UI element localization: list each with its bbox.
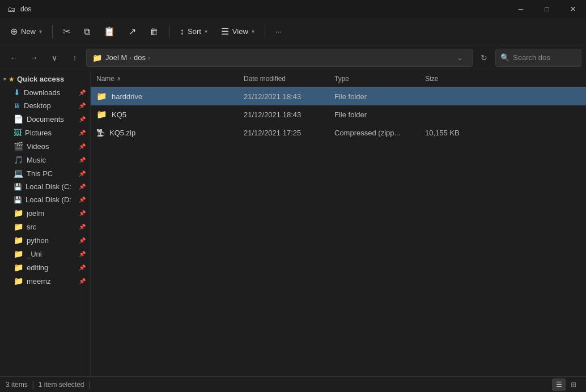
file-cell-date: 21/12/2021 17:25: [244, 129, 334, 137]
sidebar: ▾ ★ Quick access ⬇ Downloads 📌 🖥 Desktop…: [0, 70, 91, 376]
share-button[interactable]: ↗: [123, 22, 142, 42]
joelm-icon: 📁: [14, 208, 23, 218]
pin-icon: 📌: [79, 130, 86, 136]
address-bar-row: ← → ∨ ↑ 📁 Joel M › dos › ⌄ ↻ 🔍 Search do…: [0, 45, 586, 70]
quick-access-label: Quick access: [17, 75, 64, 83]
star-icon: ★: [9, 75, 15, 83]
sidebar-item-uni[interactable]: 📁 _Uni 📌: [1, 247, 89, 261]
file-cell-date: 21/12/2021 18:43: [244, 92, 334, 101]
sidebar-item-label: Music: [27, 156, 75, 164]
view-button[interactable]: ☰ View ▾: [215, 22, 260, 42]
path-chevron-2: ›: [148, 54, 150, 61]
table-row[interactable]: 📁 harddrive 21/12/2021 18:43 File folder: [91, 87, 586, 105]
pin-icon: 📌: [79, 224, 86, 230]
sidebar-item-joelm[interactable]: 📁 joelm 📌: [1, 206, 89, 220]
address-path: Joel M › dos ›: [105, 53, 150, 62]
new-chevron-icon: ▾: [39, 28, 42, 35]
pin-icon: 📌: [79, 237, 86, 244]
content-area: Name ∧ Date modified Type Size 📁 harddri…: [91, 70, 586, 376]
col-type-label: Type: [334, 75, 349, 83]
new-label: New: [21, 27, 36, 36]
pin-icon: 📌: [79, 184, 86, 190]
sidebar-item-localc[interactable]: 💾 Local Disk (C: 📌: [1, 180, 89, 193]
sidebar-item-label: _Uni: [27, 250, 75, 258]
status-separator: |: [32, 381, 34, 389]
pin-icon: 📌: [79, 157, 86, 163]
table-row[interactable]: 🗜 KQ5.zip 21/12/2021 17:25 Compressed (z…: [91, 123, 586, 142]
folder-icon: 📁: [96, 109, 107, 120]
status-separator-2: |: [89, 381, 91, 389]
src-icon: 📁: [14, 222, 23, 231]
sidebar-item-desktop[interactable]: 🖥 Desktop 📌: [1, 99, 89, 112]
tiles-view-button[interactable]: ⊞: [567, 378, 580, 391]
sidebar-item-music[interactable]: 🎵 Music 📌: [1, 153, 89, 167]
pin-icon: 📌: [79, 103, 86, 109]
back-button[interactable]: ←: [5, 49, 23, 67]
pin-icon: 📌: [79, 265, 86, 271]
path-part-2[interactable]: dos: [134, 53, 146, 62]
col-header-date[interactable]: Date modified: [244, 75, 334, 83]
toolbar-separator-1: [52, 25, 53, 39]
address-dropdown-button[interactable]: ⌄: [453, 51, 466, 65]
file-cell-name: 📁 KQ5: [96, 109, 244, 120]
col-header-name[interactable]: Name ∧: [96, 75, 244, 83]
sort-label: Sort: [188, 27, 201, 36]
path-part-1[interactable]: Joel M: [105, 53, 127, 62]
new-button[interactable]: ⊕ New ▾: [5, 22, 48, 42]
sidebar-item-thispc[interactable]: 💻 This PC 📌: [1, 167, 89, 180]
copy-button[interactable]: ⧉: [78, 22, 96, 42]
minimize-button[interactable]: ─: [508, 0, 534, 18]
search-box[interactable]: 🔍 Search dos: [495, 49, 581, 67]
address-bar[interactable]: 📁 Joel M › dos › ⌄: [86, 49, 473, 67]
localdisk-d-icon: 💾: [14, 196, 22, 204]
sidebar-item-documents[interactable]: 📄 Documents 📌: [1, 112, 89, 126]
delete-icon: 🗑: [150, 27, 159, 37]
sidebar-item-downloads[interactable]: ⬇ Downloads 📌: [1, 86, 89, 99]
main-layout: ▾ ★ Quick access ⬇ Downloads 📌 🖥 Desktop…: [0, 70, 586, 376]
more-label: ···: [275, 27, 282, 36]
sort-button[interactable]: ↕ Sort ▾: [174, 22, 213, 42]
col-header-size[interactable]: Size: [425, 75, 493, 83]
toolbar-separator-2: [169, 25, 169, 39]
file-cell-type: Compressed (zipp...: [334, 129, 425, 137]
sidebar-item-videos[interactable]: 🎬 Videos 📌: [1, 139, 89, 153]
details-view-button[interactable]: ☰: [552, 378, 566, 391]
maximize-button[interactable]: □: [534, 0, 560, 18]
sidebar-item-pictures[interactable]: 🖼 Pictures 📌: [1, 126, 89, 139]
view-chevron-icon: ▾: [252, 28, 254, 35]
sidebar-item-editing[interactable]: 📁 editing 📌: [1, 261, 89, 274]
view-label: View: [232, 27, 248, 36]
cut-button[interactable]: ✂: [57, 22, 76, 42]
sidebar-item-src[interactable]: 📁 src 📌: [1, 220, 89, 233]
title-bar: 🗂 dos ─ □ ✕: [0, 0, 586, 18]
pin-icon: 📌: [79, 278, 86, 284]
search-placeholder: Search dos: [513, 53, 550, 62]
forward-button[interactable]: →: [25, 49, 43, 67]
thispc-icon: 💻: [14, 169, 23, 178]
desktop-icon: 🖥: [14, 102, 20, 110]
close-button[interactable]: ✕: [560, 0, 586, 18]
table-row[interactable]: 📁 KQ5 21/12/2021 18:43 File folder: [91, 105, 586, 123]
delete-button[interactable]: 🗑: [144, 22, 164, 42]
sidebar-item-meemz[interactable]: 📁 meemz 📌: [1, 274, 89, 288]
up-button[interactable]: ↑: [66, 49, 84, 67]
paste-button[interactable]: 📋: [98, 22, 121, 42]
pictures-icon: 🖼: [14, 128, 22, 137]
recent-button[interactable]: ∨: [45, 49, 63, 67]
col-name-label: Name: [96, 75, 114, 83]
refresh-button[interactable]: ↻: [475, 49, 493, 67]
status-info: 3 items | 1 item selected |: [6, 381, 91, 389]
status-bar: 3 items | 1 item selected | ☰ ⊞: [0, 376, 586, 392]
file-name: harddrive: [112, 92, 142, 101]
file-name: KQ5: [112, 110, 126, 119]
sidebar-item-label: joelm: [27, 209, 75, 218]
sidebar-item-locald[interactable]: 💾 Local Disk (D: 📌: [1, 193, 89, 206]
sidebar-item-python[interactable]: 📁 python 📌: [1, 233, 89, 247]
col-header-type[interactable]: Type: [334, 75, 425, 83]
more-button[interactable]: ···: [270, 22, 287, 42]
downloads-icon: ⬇: [14, 88, 20, 97]
uni-icon: 📁: [14, 249, 23, 258]
sort-chevron-icon: ▾: [205, 28, 207, 35]
quick-access-header[interactable]: ▾ ★ Quick access: [0, 73, 90, 86]
sidebar-item-label: python: [27, 236, 75, 245]
